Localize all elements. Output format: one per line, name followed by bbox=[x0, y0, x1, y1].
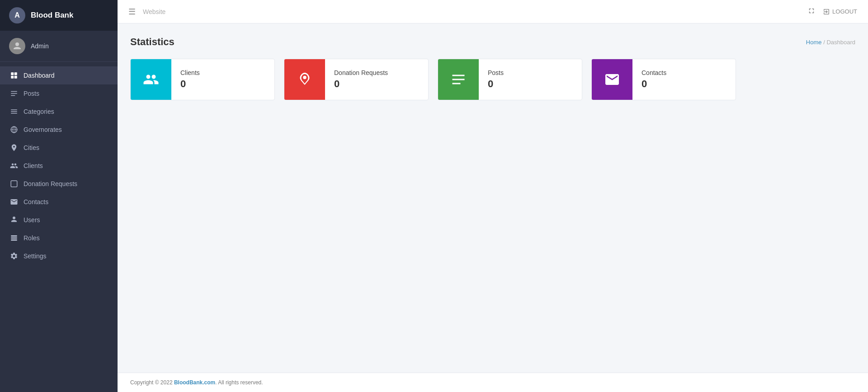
cities-icon bbox=[10, 144, 18, 152]
categories-icon bbox=[10, 107, 18, 116]
contacts-stat-label: Contacts bbox=[642, 69, 666, 76]
expand-icon[interactable] bbox=[807, 7, 816, 17]
clients-stat-info: Clients 0 bbox=[171, 62, 209, 97]
sidebar-item-governorates[interactable]: Governorates bbox=[0, 121, 118, 139]
avatar bbox=[9, 38, 25, 54]
hamburger-icon[interactable]: ☰ bbox=[128, 7, 136, 17]
dashboard-icon bbox=[10, 71, 18, 79]
sidebar-user: Admin bbox=[0, 31, 118, 62]
sidebar-item-label: Cities bbox=[24, 144, 39, 151]
clients-stat-value: 0 bbox=[180, 78, 200, 90]
sidebar-item-label: Users bbox=[24, 216, 40, 224]
donation-icon-box bbox=[284, 59, 325, 100]
sidebar-item-roles[interactable]: Roles bbox=[0, 229, 118, 247]
topbar-left: ☰ Website bbox=[128, 7, 165, 17]
governorates-icon bbox=[10, 126, 18, 134]
brand: A Blood Bank bbox=[0, 0, 118, 31]
sidebar-item-donation-requests[interactable]: Donation Requests bbox=[0, 175, 118, 193]
donation-stat-icon bbox=[297, 71, 313, 88]
clients-icon-box bbox=[131, 59, 171, 100]
posts-stat-label: Posts bbox=[488, 69, 504, 76]
donation-icon bbox=[10, 180, 18, 188]
sidebar-item-posts[interactable]: Posts bbox=[0, 84, 118, 103]
donation-stat-info: Donation Requests 0 bbox=[325, 62, 397, 97]
main-area: ☰ Website LOGOUT Statistics Home / Dashb… bbox=[118, 0, 868, 392]
svg-point-10 bbox=[303, 76, 307, 79]
svg-point-0 bbox=[15, 42, 19, 46]
breadcrumb: Home / Dashboard bbox=[806, 39, 855, 46]
contacts-stat-info: Contacts 0 bbox=[632, 62, 675, 97]
contacts-icon bbox=[10, 198, 18, 206]
sidebar-item-label: Categories bbox=[24, 108, 54, 115]
sidebar-item-cities[interactable]: Cities bbox=[0, 139, 118, 157]
posts-icon bbox=[10, 89, 18, 98]
topbar-right: LOGOUT bbox=[807, 7, 857, 17]
clients-stat-icon bbox=[143, 71, 159, 88]
svg-rect-4 bbox=[14, 76, 17, 79]
svg-rect-1 bbox=[11, 72, 14, 75]
brand-name: Blood Bank bbox=[31, 11, 73, 20]
settings-icon bbox=[10, 252, 18, 260]
sidebar-item-label: Clients bbox=[24, 162, 43, 169]
clients-icon bbox=[10, 162, 18, 170]
website-label: Website bbox=[143, 8, 165, 15]
posts-stat-info: Posts 0 bbox=[479, 62, 513, 97]
clients-stat-label: Clients bbox=[180, 69, 200, 76]
contacts-stat-value: 0 bbox=[642, 78, 666, 90]
svg-rect-8 bbox=[11, 238, 17, 239]
brand-logo: A bbox=[9, 7, 25, 23]
stat-card-posts: Posts 0 bbox=[438, 59, 582, 100]
page-title: Statistics bbox=[130, 36, 175, 48]
stat-card-donation: Donation Requests 0 bbox=[284, 59, 429, 100]
sidebar-item-label: Donation Requests bbox=[24, 180, 77, 187]
users-icon bbox=[10, 216, 18, 224]
content: Statistics Home / Dashboard Clients 0 bbox=[118, 23, 868, 373]
svg-rect-6 bbox=[11, 181, 17, 187]
footer: Copyright © 2022 BloodBank.com. All righ… bbox=[118, 373, 868, 392]
posts-icon-box bbox=[438, 59, 479, 100]
sidebar-item-contacts[interactable]: Contacts bbox=[0, 193, 118, 211]
page-header: Statistics Home / Dashboard bbox=[130, 36, 855, 48]
sidebar-item-dashboard[interactable]: Dashboard bbox=[0, 66, 118, 84]
breadcrumb-current: Dashboard bbox=[826, 39, 855, 46]
sidebar-item-label: Roles bbox=[24, 234, 40, 242]
sidebar-item-label: Governorates bbox=[24, 126, 62, 133]
user-name: Admin bbox=[31, 42, 49, 50]
sidebar-item-categories[interactable]: Categories bbox=[0, 103, 118, 121]
donation-stat-label: Donation Requests bbox=[334, 69, 388, 76]
svg-rect-3 bbox=[11, 76, 14, 79]
sidebar-item-label: Settings bbox=[24, 252, 47, 260]
sidebar: A Blood Bank Admin Dashboard Posts Categ… bbox=[0, 0, 118, 392]
contacts-icon-box bbox=[592, 59, 632, 100]
breadcrumb-separator: / bbox=[823, 39, 825, 46]
sidebar-item-label: Posts bbox=[24, 90, 39, 97]
stat-card-clients: Clients 0 bbox=[130, 59, 275, 100]
breadcrumb-home[interactable]: Home bbox=[806, 39, 822, 46]
svg-rect-7 bbox=[11, 235, 17, 237]
sidebar-item-settings[interactable]: Settings bbox=[0, 247, 118, 265]
roles-icon bbox=[10, 234, 18, 242]
topbar: ☰ Website LOGOUT bbox=[118, 0, 868, 23]
content-wrapper: Statistics Home / Dashboard Clients 0 bbox=[118, 23, 868, 392]
stat-card-contacts: Contacts 0 bbox=[591, 59, 736, 100]
sidebar-item-label: Dashboard bbox=[24, 72, 55, 79]
stat-cards: Clients 0 Donation Requests 0 bbox=[130, 59, 855, 100]
sidebar-item-clients[interactable]: Clients bbox=[0, 157, 118, 175]
svg-rect-2 bbox=[14, 72, 17, 75]
svg-rect-9 bbox=[11, 239, 17, 241]
donation-stat-value: 0 bbox=[334, 78, 388, 90]
logout-button[interactable]: LOGOUT bbox=[823, 8, 857, 15]
sidebar-nav: Dashboard Posts Categories Governorates bbox=[0, 62, 118, 392]
footer-link[interactable]: BloodBank.com bbox=[174, 379, 215, 386]
sidebar-item-label: Contacts bbox=[24, 198, 48, 205]
posts-stat-icon bbox=[450, 71, 467, 88]
contacts-stat-icon bbox=[604, 71, 620, 88]
sidebar-item-users[interactable]: Users bbox=[0, 211, 118, 229]
posts-stat-value: 0 bbox=[488, 78, 504, 90]
